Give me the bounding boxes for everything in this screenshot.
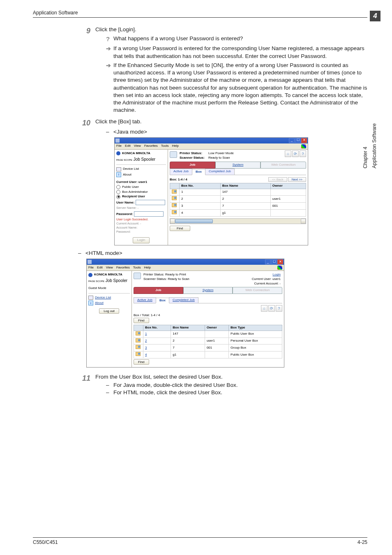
menubar[interactable]: File Edit View Favorites Tools Help [87, 265, 284, 271]
menu-view[interactable]: View [106, 266, 113, 270]
table-row[interactable]: 4g1Public User Box [134, 352, 282, 358]
window-maximize-button[interactable]: ☐ [295, 138, 301, 143]
radio-box-admin[interactable]: Box Administrator [116, 190, 166, 194]
menu-file[interactable]: File [116, 144, 122, 148]
menu-help[interactable]: Help [172, 144, 178, 148]
find-button-bottom[interactable]: Find [134, 359, 149, 365]
logo-icon [88, 273, 92, 277]
toolbar-home-icon[interactable]: ⌂ [285, 150, 291, 157]
subtab-completed-job[interactable]: Completed Job [205, 169, 235, 175]
window-close-button[interactable]: ✕ [301, 138, 307, 143]
subtab-box[interactable]: Box [156, 298, 169, 304]
find-button[interactable]: Find [170, 226, 190, 231]
radio-recipient-user[interactable]: Recipient User [116, 194, 166, 199]
subtab-box[interactable]: Box [192, 169, 205, 175]
toolbar-help-icon[interactable]: ? [276, 305, 282, 312]
nav-about[interactable]: iAbout [88, 300, 130, 306]
printer-status-label: Printer Status: [180, 151, 208, 156]
tab-web-connection[interactable]: Web Connection [233, 287, 282, 294]
subtab-active-job[interactable]: Active Job [134, 297, 156, 303]
col-box-no[interactable]: Box No. [143, 325, 171, 331]
menubar[interactable]: File Edit View Favorites Tools Help [115, 143, 308, 150]
box-icon [172, 203, 177, 207]
table-row[interactable]: 22user1 [170, 196, 306, 203]
current-user-label: Current User: user1 [252, 277, 281, 282]
next-button[interactable]: Next >> [288, 177, 306, 182]
table-row[interactable]: 4g1 [170, 210, 306, 217]
toolbar-help-icon[interactable]: ? [300, 150, 306, 157]
chapter-tab: 4 [370, 11, 380, 21]
printer-status: Printer Status: Ready to Print [143, 273, 189, 277]
menu-tools[interactable]: Tools [133, 266, 141, 270]
toolbar-refresh-icon[interactable]: ⟳ [292, 150, 299, 157]
side-chapter: Chapter 4 [361, 136, 370, 168]
table-row[interactable]: 1147 [170, 189, 306, 196]
window-minimize-button[interactable]: _ [265, 259, 271, 264]
col-box-type[interactable]: Box Type [229, 325, 282, 331]
tab-system[interactable]: System [215, 162, 261, 169]
question-icon: ? [106, 35, 113, 43]
nav-about[interactable]: iAbout [116, 172, 166, 178]
find-button-top[interactable]: Find [134, 318, 149, 323]
menu-edit[interactable]: Edit [125, 144, 131, 148]
window-titlebar[interactable]: _ ☐ ✕ [87, 259, 284, 265]
step-10-number: 10 [78, 118, 90, 128]
box-icon [136, 331, 141, 335]
back-button[interactable]: << Back [268, 177, 287, 182]
col-box-name[interactable]: Box Name [220, 183, 270, 189]
subtab-completed-job[interactable]: Completed Job [169, 297, 198, 303]
col-owner[interactable]: Owner [205, 325, 228, 331]
window-minimize-button[interactable]: _ [289, 138, 295, 143]
side-section: Application Software [371, 123, 377, 168]
menu-favorites[interactable]: Favorites [144, 144, 158, 148]
tab-system[interactable]: System [183, 287, 233, 294]
table-row[interactable]: 1147Public User Box [134, 331, 282, 338]
col-box-no[interactable]: Box No. [180, 183, 221, 189]
password-input[interactable] [134, 211, 164, 217]
window-close-button[interactable]: ✕ [277, 259, 283, 264]
java-mode-screenshot: _ ☐ ✕ File Edit View Favorites Tools Hel… [114, 137, 308, 245]
tab-web-connection[interactable]: Web Connection [261, 162, 306, 169]
login-link[interactable]: Login [272, 273, 281, 276]
server-name-value: - [138, 206, 139, 210]
menu-file[interactable]: File [88, 266, 94, 270]
col-box-name[interactable]: Box Name [171, 325, 205, 331]
toolbar-refresh-icon[interactable]: ⟳ [268, 305, 275, 312]
toolbar-home-icon[interactable]: ⌂ [261, 305, 267, 312]
menu-help[interactable]: Help [144, 266, 150, 270]
menu-edit[interactable]: Edit [97, 266, 103, 270]
pagescope-label: PAGE SCOPE [116, 159, 132, 161]
current-account-label: Current Account: - [252, 282, 281, 286]
box-total-label: Box / Total: 1-4 / 4 [134, 313, 282, 318]
ie-flag-icon [301, 144, 306, 148]
table-row[interactable]: 22user1Personal User Box [134, 338, 282, 345]
login-button[interactable]: Login [133, 237, 150, 243]
table-row[interactable]: 37001 [170, 203, 306, 210]
tab-job[interactable]: Job [134, 287, 183, 294]
device-list-icon [88, 296, 93, 300]
menu-view[interactable]: View [134, 144, 141, 148]
html-mode-label: <HTML mode> [85, 250, 122, 256]
login-success-message: User Login Succeeded. [116, 217, 166, 222]
window-titlebar[interactable]: _ ☐ ✕ [115, 138, 308, 143]
box-icon [136, 345, 141, 349]
nav-device-list[interactable]: Device List [88, 295, 130, 301]
nav-device-list[interactable]: Device List [116, 166, 166, 172]
user-name-input[interactable] [136, 200, 165, 205]
menu-favorites[interactable]: Favorites [116, 266, 130, 270]
tab-job[interactable]: Job [170, 162, 215, 169]
guest-mode-label: Guest Mode [88, 286, 130, 291]
horizontal-scrollbar[interactable] [170, 218, 306, 224]
radio-public-user[interactable]: Public User [116, 185, 166, 190]
col-owner[interactable]: Owner [270, 183, 306, 189]
scanner-status-label: Scanner Status: [180, 156, 208, 160]
subtab-active-job[interactable]: Active Job [170, 169, 192, 175]
box-icon [136, 352, 141, 356]
printer-icon [170, 151, 177, 158]
box-icon [172, 210, 177, 214]
menu-tools[interactable]: Tools [161, 144, 169, 148]
logout-button[interactable]: Log out [99, 308, 119, 314]
table-row[interactable]: 37001Group Box [134, 345, 282, 352]
step-9-text: Click the [Login]. [95, 26, 367, 33]
window-maximize-button[interactable]: ☐ [271, 259, 277, 264]
